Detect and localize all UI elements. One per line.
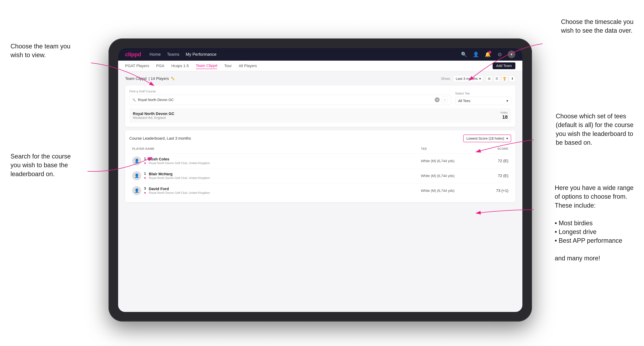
tee-col-header: TEE <box>421 147 473 151</box>
search-input-wrap: 🔍 ✕ ☆ <box>129 95 451 105</box>
player-score: 73 (+1) <box>473 188 508 193</box>
holes-box: Holes 18 <box>500 111 508 120</box>
navbar: clippd Home Teams My Performance 🔍 👤 🔔 ⊙… <box>118 48 522 61</box>
bullet-drive: • Longest drive <box>555 228 596 235</box>
nav-my-performance[interactable]: My Performance <box>186 52 216 57</box>
annotation-middle-right-bottom: Here you have a wide range of options to… <box>555 183 634 263</box>
course-info: Royal North Devon GC Westward Hol, Engla… <box>133 112 174 120</box>
footer-text: and many more! <box>555 255 600 262</box>
score-type-dropdown[interactable]: Lowest Score (18 holes) ▾ <box>463 135 511 142</box>
subnav-tour[interactable]: Tour <box>224 63 232 69</box>
annotation-middle-right-top: Choose which set of tees (default is all… <box>556 112 634 147</box>
nav-teams[interactable]: Teams <box>167 52 180 57</box>
player-name-col-header: PLAYER NAME <box>132 147 421 151</box>
player-details: Josh Coles Royal North Devon Golf Club, … <box>149 157 210 165</box>
clear-search-button[interactable]: ✕ <box>435 97 440 102</box>
time-period-select[interactable]: Last 3 months ▾ <box>454 75 483 82</box>
bullet-birdies: • Most birdies <box>555 219 593 227</box>
grid-view-icon[interactable]: ⊞ <box>486 75 492 82</box>
holes-number: 18 <box>500 114 508 120</box>
find-course-label: Find a Golf Course <box>129 90 451 93</box>
search-icon: 🔍 <box>132 98 136 102</box>
player-tee: White (M) (6,744 yds) <box>421 159 473 163</box>
player-info: 👤 3 ♥ David Ford Royal North Devon Golf … <box>132 186 421 195</box>
leaderboard: Course Leaderboard, Last 3 months Lowest… <box>125 130 516 202</box>
chevron-down-icon: ▾ <box>506 99 508 103</box>
table-row: 👤 1 ♥ Blair McHarg Royal North Devon Gol… <box>129 168 511 183</box>
player-club: Royal North Devon Golf Club, United King… <box>149 191 210 195</box>
player-info: 👤 1 ♥ Josh Coles Royal North Devon Golf … <box>132 156 421 166</box>
player-count: | 14 Players <box>148 76 169 81</box>
chevron-down-icon: ▾ <box>506 136 508 141</box>
course-search-input[interactable] <box>138 98 432 102</box>
course-search-field: Find a Golf Course 🔍 ✕ ☆ <box>129 90 451 105</box>
player-tee: White (M) (6,744 yds) <box>421 174 473 178</box>
tee-select-field: Select Tee All Tees ▾ <box>455 92 511 105</box>
rank-number: 1 <box>144 157 146 161</box>
subnav-hcaps[interactable]: Hcaps 1-5 <box>171 63 189 69</box>
player-name: Josh Coles <box>149 157 210 162</box>
table-row: 👤 1 ♥ Josh Coles Royal North Devon Golf … <box>129 154 511 168</box>
notification-icon-btn[interactable]: 🔔 <box>484 50 492 58</box>
subnav-pgat-players[interactable]: PGAT Players <box>125 63 149 69</box>
course-location: Westward Hol, England <box>133 116 174 120</box>
list-view-icon[interactable]: ☰ <box>494 75 500 82</box>
player-details: David Ford Royal North Devon Golf Club, … <box>149 187 210 195</box>
notification-badge <box>488 51 491 54</box>
brand-logo: clippd <box>125 51 141 58</box>
search-icon-btn[interactable]: 🔍 <box>460 50 468 58</box>
subnav-all-players[interactable]: All Players <box>239 63 257 69</box>
heart-icon: ♥ <box>144 191 146 195</box>
user-avatar[interactable]: ▾ <box>508 50 516 58</box>
table-row: 👤 3 ♥ David Ford Royal North Devon Golf … <box>129 183 511 198</box>
score-col-header: SCORE <box>473 147 508 151</box>
download-icon[interactable]: ⬇ <box>509 75 516 82</box>
tablet-device: clippd Home Teams My Performance 🔍 👤 🔔 ⊙… <box>108 38 532 322</box>
rank-heart: 3 ♥ <box>144 186 146 195</box>
player-score: 72 (E) <box>473 173 508 178</box>
settings-icon-btn[interactable]: ⊙ <box>496 50 504 58</box>
player-name: Blair McHarg <box>149 172 210 176</box>
holes-label: Holes <box>500 111 508 114</box>
navbar-icons: 🔍 👤 🔔 ⊙ ▾ <box>460 50 516 58</box>
add-team-button[interactable]: Add Team <box>492 62 516 69</box>
team-name: Team Clippd <box>125 76 146 81</box>
main-content: Team Clippd | 14 Players ✏️ Show: Last 3… <box>118 71 522 312</box>
chevron-down-icon: ▾ <box>479 77 481 81</box>
rank-number: 1 <box>144 172 146 176</box>
avatar: 👤 <box>132 186 141 195</box>
heart-icon: ♥ <box>144 176 146 180</box>
rank-heart: 1 ♥ <box>144 172 146 180</box>
select-tee-label: Select Tee <box>455 92 511 95</box>
nav-home[interactable]: Home <box>150 52 161 57</box>
team-title: Team Clippd | 14 Players ✏️ <box>125 76 175 81</box>
show-label: Show: <box>441 77 451 81</box>
rank-number: 3 <box>144 186 146 190</box>
tablet-screen: clippd Home Teams My Performance 🔍 👤 🔔 ⊙… <box>118 48 522 312</box>
search-section: Find a Golf Course 🔍 ✕ ☆ Select Tee All … <box>125 85 516 127</box>
subnav: PGAT Players PGA Hcaps 1-5 Team Clippd T… <box>118 61 522 71</box>
player-details: Blair McHarg Royal North Devon Golf Club… <box>149 172 210 180</box>
course-result: Royal North Devon GC Westward Hol, Engla… <box>129 108 511 123</box>
tee-dropdown[interactable]: All Tees ▾ <box>455 97 511 105</box>
player-name: David Ford <box>149 187 210 191</box>
player-club: Royal North Devon Golf Club, United King… <box>149 162 210 165</box>
leaderboard-title: Course Leaderboard, Last 3 months <box>129 136 191 141</box>
team-header: Team Clippd | 14 Players ✏️ Show: Last 3… <box>125 75 516 82</box>
edit-icon[interactable]: ✏️ <box>171 77 175 81</box>
team-controls: Show: Last 3 months ▾ ⊞ ☰ 🏆 ⬇ <box>441 75 516 82</box>
annotation-top-right: Choose the timescale you wish to see the… <box>561 17 634 35</box>
annotation-top-left: Choose the team you wish to view. <box>10 42 70 60</box>
player-tee: White (M) (6,744 yds) <box>421 189 473 193</box>
avatar: 👤 <box>132 156 141 166</box>
profile-icon-btn[interactable]: 👤 <box>472 50 480 58</box>
view-icons: ⊞ ☰ 🏆 ⬇ <box>486 75 516 82</box>
favorite-button[interactable]: ☆ <box>442 97 448 103</box>
trophy-icon[interactable]: 🏆 <box>501 75 508 82</box>
bullet-app: • Best APP performance <box>555 237 622 244</box>
subnav-pga[interactable]: PGA <box>156 63 164 69</box>
player-info: 👤 1 ♥ Blair McHarg Royal North Devon Gol… <box>132 171 421 180</box>
annotation-middle-left: Search for the course you wish to base t… <box>10 152 71 178</box>
leaderboard-header: Course Leaderboard, Last 3 months Lowest… <box>129 135 511 142</box>
subnav-team-clippd[interactable]: Team Clippd <box>196 63 217 69</box>
